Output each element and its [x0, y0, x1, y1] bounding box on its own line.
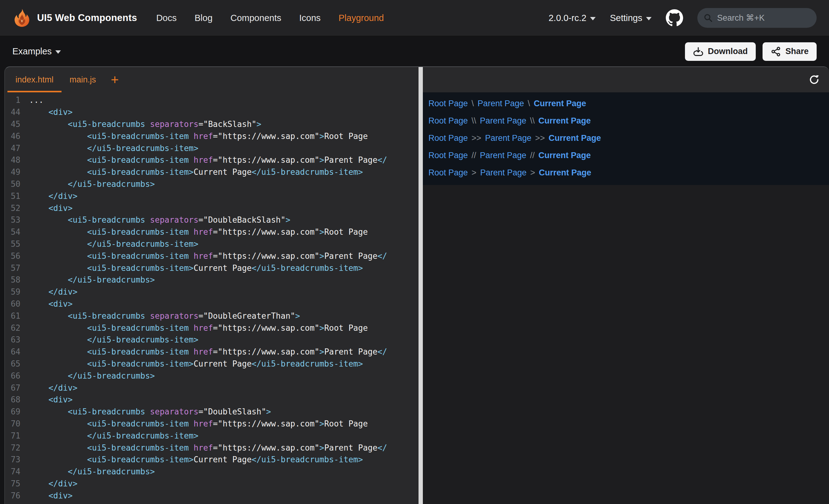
code-line[interactable]: 73 <ui5-breadcrumbs-item>Current Page</u…: [5, 454, 419, 466]
breadcrumb-link[interactable]: Root Page: [428, 116, 468, 126]
code-text: <ui5-breadcrumbs-item href="https://www.…: [29, 251, 387, 261]
breadcrumb-link[interactable]: Parent Page: [480, 116, 527, 126]
breadcrumb-current-page[interactable]: Current Page: [534, 99, 586, 108]
ui5-flame-logo-icon: [12, 8, 32, 28]
line-number: 45: [5, 119, 29, 129]
code-line[interactable]: 47 </ui5-breadcrumbs-item>: [5, 142, 419, 154]
code-line[interactable]: 57 <ui5-breadcrumbs-item>Current Page</u…: [5, 262, 419, 274]
breadcrumb-separator: //: [472, 151, 476, 160]
line-number: 48: [5, 155, 29, 165]
breadcrumb-link[interactable]: Parent Page: [480, 168, 527, 178]
code-line[interactable]: 54 <ui5-breadcrumbs-item href="https://w…: [5, 226, 419, 238]
code-line[interactable]: 68 <div>: [5, 394, 419, 406]
code-line[interactable]: 67 </div>: [5, 382, 419, 394]
code-line[interactable]: 48 <ui5-breadcrumbs-item href="https://w…: [5, 154, 419, 166]
code-line[interactable]: 53 <ui5-breadcrumbs separators="DoubleBa…: [5, 214, 419, 226]
preview-iframe-content: Root Page\Parent Page\Current PageRoot P…: [423, 92, 829, 185]
breadcrumb-link[interactable]: Root Page: [428, 168, 468, 178]
caret-down-icon: [646, 17, 652, 21]
code-line[interactable]: 76 <div>: [5, 490, 419, 502]
code-text: <ui5-breadcrumbs separators="DoubleSlash…: [29, 407, 271, 416]
code-line[interactable]: 74 </ui5-breadcrumbs>: [5, 466, 419, 478]
code-line[interactable]: 59 </div>: [5, 286, 419, 298]
code-line[interactable]: 75 </div>: [5, 478, 419, 490]
breadcrumb-link[interactable]: Parent Page: [480, 151, 527, 160]
code-line[interactable]: 65 <ui5-breadcrumbs-item>Current Page</u…: [5, 358, 419, 370]
breadcrumb-link[interactable]: Parent Page: [485, 133, 531, 143]
breadcrumb-link[interactable]: Root Page: [428, 133, 468, 143]
code-text: <ui5-breadcrumbs separators="DoubleBackS…: [29, 215, 290, 225]
search-input[interactable]: [717, 13, 804, 23]
tab-label: index.html: [15, 75, 53, 85]
breadcrumb-link[interactable]: Root Page: [428, 151, 468, 160]
code-text: <div>: [29, 203, 73, 213]
code-line[interactable]: 64 <ui5-breadcrumbs-item href="https://w…: [5, 346, 419, 358]
code-text: <div>: [29, 395, 73, 404]
code-text: <ui5-breadcrumbs-item>Current Page</ui5-…: [29, 455, 363, 464]
line-number: 67: [5, 383, 29, 392]
code-line[interactable]: 50 </ui5-breadcrumbs>: [5, 178, 419, 190]
code-line[interactable]: 1...: [5, 94, 419, 106]
code-text: <div>: [29, 491, 73, 500]
code-text: ...: [29, 95, 44, 105]
version-label: 2.0.0-rc.2: [549, 13, 587, 23]
breadcrumb-separator: \\: [472, 116, 476, 126]
pane-splitter[interactable]: [419, 67, 423, 504]
code-line[interactable]: 70 <ui5-breadcrumbs-item href="https://w…: [5, 418, 419, 430]
share-button[interactable]: Share: [762, 42, 817, 61]
playground-toolbar: Examples Download Share: [0, 36, 829, 66]
add-tab-button[interactable]: +: [104, 67, 126, 92]
toolbar-actions: Download Share: [685, 42, 817, 61]
line-number: 44: [5, 108, 29, 117]
code-line[interactable]: 63 </ui5-breadcrumbs-item>: [5, 334, 419, 346]
code-line[interactable]: 69 <ui5-breadcrumbs separators="DoubleSl…: [5, 406, 419, 418]
breadcrumb-current-page[interactable]: Current Page: [549, 133, 601, 143]
code-line[interactable]: 49 <ui5-breadcrumbs-item>Current Page</u…: [5, 166, 419, 178]
breadcrumb-link[interactable]: Parent Page: [477, 99, 524, 108]
code-line[interactable]: 51 </div>: [5, 190, 419, 202]
code-line[interactable]: 62 <ui5-breadcrumbs-item href="https://w…: [5, 322, 419, 334]
code-line[interactable]: 56 <ui5-breadcrumbs-item href="https://w…: [5, 250, 419, 262]
breadcrumb-link[interactable]: Root Page: [428, 99, 468, 108]
breadcrumb-current-page[interactable]: Current Page: [538, 151, 591, 160]
nav-link-playground[interactable]: Playground: [338, 13, 384, 23]
code-text: </ui5-breadcrumbs>: [29, 275, 155, 284]
code-line[interactable]: 58 </ui5-breadcrumbs>: [5, 274, 419, 286]
editor-tab-main.js[interactable]: main.js: [62, 67, 104, 92]
editor-tab-index.html[interactable]: index.html: [7, 67, 62, 92]
preview-background: [423, 185, 829, 504]
nav-link-docs[interactable]: Docs: [156, 13, 177, 23]
search-box[interactable]: [697, 8, 817, 28]
nav-link-blog[interactable]: Blog: [194, 13, 212, 23]
nav-link-components[interactable]: Components: [230, 13, 281, 23]
line-number: 71: [5, 431, 29, 440]
brand[interactable]: UI5 Web Components: [12, 8, 137, 28]
code-line[interactable]: 71 </ui5-breadcrumbs-item>: [5, 430, 419, 441]
breadcrumb-current-page[interactable]: Current Page: [538, 116, 591, 126]
code-line[interactable]: 52 <div>: [5, 202, 419, 214]
settings-dropdown[interactable]: Settings: [610, 13, 652, 23]
line-number: 62: [5, 323, 29, 333]
line-number: 53: [5, 215, 29, 225]
code-area[interactable]: 1...44 <div>45 <ui5-breadcrumbs separato…: [5, 92, 419, 504]
refresh-icon: [808, 74, 820, 85]
code-text: </div>: [29, 287, 78, 297]
code-text: <ui5-breadcrumbs-item href="https://www.…: [29, 155, 387, 165]
examples-dropdown[interactable]: Examples: [12, 46, 61, 56]
code-line[interactable]: 66 </ui5-breadcrumbs>: [5, 370, 419, 382]
code-line[interactable]: 44 <div>: [5, 106, 419, 118]
github-icon[interactable]: [666, 9, 683, 27]
code-text: <ui5-breadcrumbs-item href="https://www.…: [29, 419, 368, 428]
nav-link-icons[interactable]: Icons: [299, 13, 321, 23]
refresh-button[interactable]: [807, 73, 821, 86]
version-dropdown[interactable]: 2.0.0-rc.2: [549, 13, 596, 23]
breadcrumb-current-page[interactable]: Current Page: [539, 168, 591, 178]
code-line[interactable]: 61 <ui5-breadcrumbs separators="DoubleGr…: [5, 310, 419, 322]
code-line[interactable]: 45 <ui5-breadcrumbs separators="BackSlas…: [5, 118, 419, 130]
nav-links: DocsBlogComponentsIconsPlayground: [156, 13, 384, 23]
code-line[interactable]: 72 <ui5-breadcrumbs-item href="https://w…: [5, 441, 419, 454]
code-line[interactable]: 60 <div>: [5, 298, 419, 310]
code-line[interactable]: 46 <ui5-breadcrumbs-item href="https://w…: [5, 130, 419, 142]
code-line[interactable]: 55 </ui5-breadcrumbs-item>: [5, 238, 419, 250]
download-button[interactable]: Download: [685, 42, 756, 61]
